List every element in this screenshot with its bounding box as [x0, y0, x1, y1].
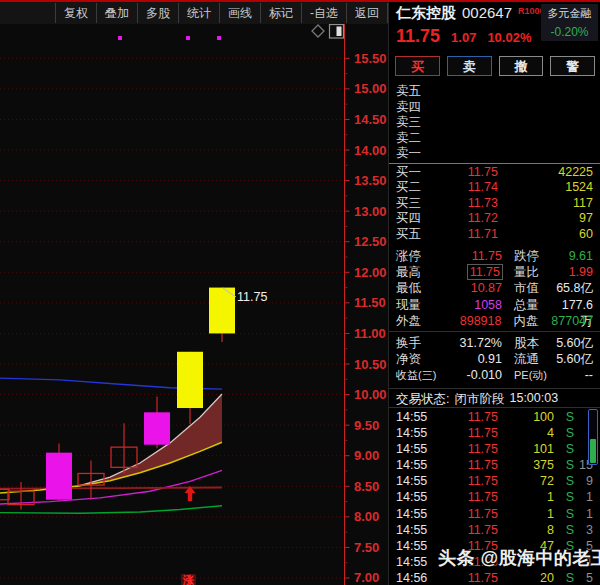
ask-volume — [498, 100, 593, 116]
ask-row-1[interactable]: 卖五 — [389, 84, 600, 100]
trade-volume: 1 — [498, 489, 554, 505]
stat-row: 最高11.75量比1.99 — [389, 264, 600, 280]
axis-label: 15.50 — [354, 51, 387, 66]
buy-button[interactable]: 买 — [395, 56, 440, 76]
stat-value: 10.87 — [444, 280, 502, 296]
axis-label: 11.00 — [354, 326, 386, 341]
stat-value: 11.75 — [444, 264, 502, 280]
sector-name: 多元金融 — [542, 6, 597, 21]
trade-price: 11.75 — [436, 425, 498, 441]
stat-label: 现量 — [396, 297, 444, 313]
axis-label: 11.50 — [354, 295, 386, 310]
trade-volume: 72 — [498, 473, 554, 489]
ask-label: 卖五 — [396, 84, 432, 100]
watermark: 头条 @股海中的老王 — [438, 546, 600, 570]
trade-volume: 1 — [498, 506, 554, 522]
toolbar-item-8[interactable]: 返回 — [346, 3, 388, 23]
ask-row-2[interactable]: 卖四 — [389, 100, 600, 116]
toolbar-item-5[interactable]: 画线 — [219, 3, 260, 23]
last-price: 11.75 — [396, 26, 440, 47]
bid-price: 11.75 — [432, 165, 498, 181]
toolbar-item-6[interactable]: 标记 — [260, 3, 301, 23]
bid-volume: 97 — [498, 211, 593, 227]
trade-side-flag: S — [554, 457, 574, 473]
sector-box[interactable]: 多元金融 -0.20% — [541, 4, 598, 41]
toolbar-item-2[interactable]: 叠加 — [96, 3, 137, 23]
stat-label: 最低 — [396, 280, 444, 296]
bid-label: 买五 — [396, 227, 432, 243]
toolbar-item-7[interactable]: -自选 — [301, 3, 346, 23]
axis-label: 9.00 — [354, 448, 379, 463]
signal-dot — [217, 36, 221, 40]
bid-row-1[interactable]: 买一11.7542225 — [389, 165, 600, 181]
candle-6 — [144, 412, 170, 444]
diamond-icon — [312, 25, 324, 37]
ask-row-3[interactable]: 卖三 — [389, 115, 600, 131]
trade-count: 5 — [574, 570, 593, 585]
price-change: 1.07 — [451, 30, 476, 45]
ask-volume — [498, 146, 593, 162]
bid-volume: 1524 — [498, 180, 593, 196]
stat-row: 现量1058总量177.6万 — [389, 297, 600, 313]
bid-row-3[interactable]: 买三11.73117 — [389, 196, 600, 212]
scrollbar[interactable] — [588, 409, 598, 465]
trade-side-flag: S — [554, 409, 574, 425]
trade-side-flag: S — [554, 425, 574, 441]
trade-row-6: 14:5511.751S1 — [389, 489, 600, 505]
action-buttons: 买 卖 撤 警 — [395, 56, 595, 76]
trade-price: 11.75 — [436, 489, 498, 505]
bid-price: 11.71 — [432, 227, 498, 243]
bid-price: 11.73 — [432, 196, 498, 212]
trade-price: 11.75 — [436, 409, 498, 425]
stat-value: 5.60亿 — [552, 335, 593, 351]
limit-up-marker: 涨 — [182, 574, 195, 585]
scrollbar-thumb[interactable] — [590, 439, 596, 463]
ask-row-5[interactable]: 卖一 — [389, 146, 600, 162]
ask-volume — [498, 84, 593, 100]
trade-price: 11.75 — [436, 506, 498, 522]
trade-volume: 100 — [498, 409, 554, 425]
stock-terminal-window: 复权叠加多股统计画线标记-自选返回 15.5015.0014.5014.0013… — [0, 0, 600, 585]
bid-row-2[interactable]: 买二11.741524 — [389, 180, 600, 196]
trade-time: 14:55 — [396, 538, 436, 554]
trade-row-8: 14:5511.758S3 — [389, 522, 600, 538]
ask-label: 卖一 — [396, 146, 432, 162]
trade-time: 14:55 — [396, 522, 436, 538]
bid-row-5[interactable]: 买五11.7160 — [389, 227, 600, 243]
bid-label: 买二 — [396, 180, 432, 196]
stat-label: 总量 — [502, 297, 552, 313]
sell-button[interactable]: 卖 — [447, 56, 492, 76]
stat-value-boxed: 11.75 — [468, 265, 502, 279]
ask-volume — [498, 131, 593, 147]
bid-row-4[interactable]: 买四11.7297 — [389, 211, 600, 227]
stat-label: 外盘 — [396, 313, 444, 329]
trade-time: 14:55 — [396, 473, 436, 489]
last-price-label: 11.75 — [237, 290, 267, 304]
stat-label: 净资 — [396, 351, 444, 367]
bid-volume: 117 — [498, 196, 593, 212]
toolbar-item-1[interactable]: 复权 — [55, 3, 96, 23]
axis-label: 7.00 — [354, 570, 379, 585]
stat-value: 11.75 — [444, 248, 502, 264]
ma-green-line — [0, 506, 222, 513]
trade-count: 3 — [574, 522, 593, 538]
trade-count: 9 — [574, 473, 593, 489]
axis-label: 14.50 — [354, 112, 387, 127]
stat-value: 9.61 — [552, 248, 593, 264]
toolbar-item-3[interactable]: 多股 — [137, 3, 178, 23]
ask-label: 卖三 — [396, 115, 432, 131]
alert-button[interactable]: 警 — [550, 56, 595, 76]
candlestick-chart[interactable]: 15.5015.0014.5014.0013.5013.0012.5012.00… — [0, 24, 390, 585]
candle-8 — [209, 288, 235, 334]
trade-side-flag: S — [554, 570, 574, 585]
toolbar-item-4[interactable]: 统计 — [178, 3, 219, 23]
bid-volume: 60 — [498, 227, 593, 243]
bid-label: 买一 — [396, 165, 432, 181]
trade-row-7: 14:5511.751S1 — [389, 506, 600, 522]
stat-row: 外盘898918内盘877047 — [389, 313, 600, 329]
cancel-order-button[interactable]: 撤 — [499, 56, 544, 76]
stat-value: 177.6万 — [552, 297, 593, 313]
stat-label: PE(动) — [502, 367, 552, 383]
ask-row-4[interactable]: 卖二 — [389, 131, 600, 147]
trade-volume: 20 — [498, 570, 554, 585]
